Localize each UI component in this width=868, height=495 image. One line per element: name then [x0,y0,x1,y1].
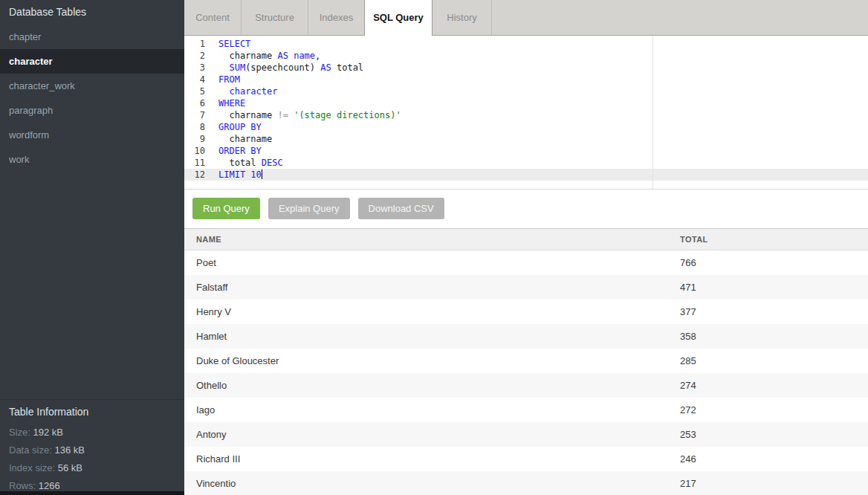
table-row[interactable]: Othello274 [184,373,868,398]
sidebar-bottom-strip [0,491,184,495]
cell-name: Hamlet [184,331,680,342]
cell-total: 217 [680,478,868,489]
sidebar-header: Database Tables [0,0,184,25]
cell-name: Othello [184,380,680,391]
token-kw: character [229,86,277,97]
editor-line: 11 total DESC [184,157,868,169]
token-op: != [277,110,288,120]
cell-name: Falstaff [184,282,680,293]
line-code: charname [211,133,868,145]
token-plain [218,62,229,73]
main-panel: ContentStructureIndexesSQL QueryHistory … [184,0,868,495]
table-info-stat: Data size: 136 kB [9,441,175,459]
token-kw: name [294,51,315,61]
sidebar: Database Tables chaptercharactercharacte… [0,0,184,495]
editor-line: 6WHERE [184,97,868,109]
line-number: 1 [184,38,211,50]
line-code: SUM(speechcount) AS total [211,62,868,74]
line-number: 7 [184,109,211,121]
line-code: charname AS name, [211,50,868,62]
line-code: WHERE [211,97,868,109]
editor-line: 1SELECT [184,38,868,50]
sidebar-item-character[interactable]: character [0,49,184,74]
tab-sql-query[interactable]: SQL Query [364,0,433,36]
cell-name: Vincentio [184,478,680,489]
column-header-total: TOTAL [680,235,868,244]
editor-line: 3 SUM(speechcount) AS total [184,62,868,74]
editor-line: 4FROM [184,74,868,85]
table-row[interactable]: Poet766 [184,250,868,275]
line-number: 5 [184,85,211,97]
stat-label: Data size: [9,444,52,456]
explain-query-button[interactable]: Explain Query [268,198,350,219]
table-row[interactable]: Duke of Gloucester285 [184,349,868,373]
token-plain: (speechcount) [245,62,320,73]
cell-total: 253 [680,429,868,440]
stat-value: 192 kB [33,427,63,438]
results-table: NAME TOTAL Poet766Falstaff471Henry V377H… [184,228,868,495]
line-code: charname != '(stage directions)' [211,109,868,121]
stat-label: Index size: [9,462,55,473]
table-row[interactable]: Richard III246 [184,447,868,471]
token-kw: LIMIT [218,169,245,180]
results-body: Poet766Falstaff471Henry V377Hamlet358Duk… [184,250,868,495]
token-plain: charname [218,51,277,61]
stat-label: Size: [9,427,30,438]
tab-content[interactable]: Content [184,0,242,35]
tab-bar: ContentStructureIndexesSQL QueryHistory [184,0,868,36]
token-kw: ORDER BY [218,146,262,156]
table-list: chaptercharactercharacter_workparagraphw… [0,25,184,172]
line-code: LIMIT 10 [211,169,868,181]
line-code: ORDER BY [211,145,868,157]
table-information-stats: Size: 192 kBData size: 136 kBIndex size:… [9,424,175,495]
line-code: character [211,85,868,97]
query-toolbar: Run Query Explain Query Download CSV [192,198,444,219]
cell-total: 358 [680,331,868,342]
line-code: total DESC [211,157,868,169]
token-plain: charname [218,134,272,144]
token-kw: FROM [218,74,240,85]
cell-name: Duke of Gloucester [184,355,680,366]
editor-line: 7 charname != '(stage directions)' [184,109,868,121]
line-number: 10 [184,145,211,157]
token-plain [218,86,229,97]
cell-total: 285 [680,355,868,366]
sidebar-item-chapter[interactable]: chapter [0,25,184,49]
line-number: 9 [184,133,211,145]
table-row[interactable]: Falstaff471 [184,275,868,300]
token-kw: WHERE [218,98,245,109]
line-code: SELECT [211,38,868,50]
table-row[interactable]: Vincentio217 [184,471,868,495]
token-kw: GROUP BY [218,122,262,132]
line-code: FROM [211,74,868,85]
token-plain: , [315,51,320,61]
token-kw: DESC [262,158,283,168]
sql-editor[interactable]: 1SELECT2 charname AS name,3 SUM(speechco… [184,36,868,190]
tab-history[interactable]: History [433,0,492,35]
tab-indexes[interactable]: Indexes [308,0,365,35]
stat-value: 1266 [39,480,60,491]
table-row[interactable]: Hamlet358 [184,324,868,349]
cell-total: 272 [680,404,868,415]
sidebar-item-wordform[interactable]: wordform [0,123,184,147]
table-information-panel: Table Information Size: 192 kBData size:… [0,399,184,495]
table-row[interactable]: Antony253 [184,422,868,447]
sidebar-item-character_work[interactable]: character_work [0,74,184,98]
cell-name: Poet [184,257,680,268]
download-csv-button[interactable]: Download CSV [358,198,444,219]
line-number: 12 [184,169,211,181]
tab-structure[interactable]: Structure [242,0,308,35]
sidebar-item-paragraph[interactable]: paragraph [0,98,184,123]
sidebar-item-work[interactable]: work [0,147,184,172]
token-plain: charname [218,110,277,120]
results-header-row: NAME TOTAL [184,228,868,250]
line-number: 2 [184,50,211,62]
run-query-button[interactable]: Run Query [192,198,260,219]
table-row[interactable]: Henry V377 [184,300,868,324]
table-row[interactable]: Iago272 [184,398,868,422]
line-number: 11 [184,157,211,169]
table-info-stat: Size: 192 kB [9,424,175,441]
token-kw: SUM [229,62,245,73]
cell-total: 471 [680,282,868,293]
stat-value: 56 kB [58,462,82,473]
